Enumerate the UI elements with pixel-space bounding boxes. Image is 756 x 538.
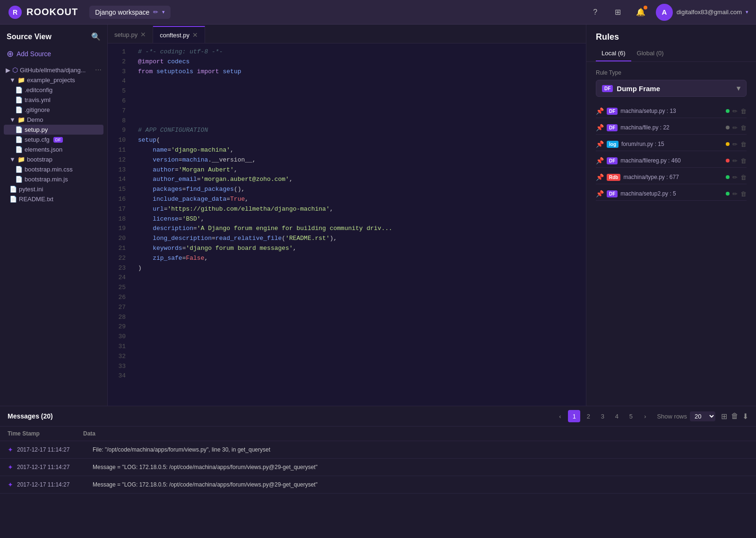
workspace-selector[interactable]: Django workspace ✏ ▾	[89, 6, 171, 19]
chevron-down-icon: ▾	[737, 84, 740, 93]
table-row[interactable]: ✦ 2017-12-17 11:14:27 File: "/opt/code/m…	[0, 441, 756, 459]
delete-icon[interactable]: 🗑	[740, 124, 747, 131]
pin-icon[interactable]: 📌	[596, 124, 604, 131]
page-1-button[interactable]: 1	[568, 410, 580, 422]
close-icon[interactable]: ✕	[192, 31, 198, 39]
rule-row: 📌 Rdb machina/type.py : 677 ✏ 🗑	[596, 171, 747, 184]
file-tree: ▶ ⬡ GitHub/ellmetha/djang... ⋯ ▼ 📁 examp…	[0, 65, 107, 406]
rule-type-name: Dump Frame	[617, 85, 660, 93]
tab-setup-py[interactable]: setup.py ✕	[108, 26, 153, 43]
delete-icon[interactable]: 🗑	[740, 108, 747, 115]
add-source-button[interactable]: ⊕ Add Source	[0, 45, 107, 65]
expand-icon: ▶	[6, 67, 10, 74]
tree-item-example-projects[interactable]: ▼ 📁 example_projects	[4, 75, 103, 85]
columns-icon[interactable]: ⊞	[721, 412, 727, 421]
logo[interactable]: R ROOKOUT	[8, 5, 78, 20]
search-button[interactable]: 🔍	[91, 32, 101, 41]
row-indicator-icon: ✦	[8, 463, 13, 471]
tree-item-github[interactable]: ▶ ⬡ GitHub/ellmetha/djang... ⋯	[4, 65, 103, 75]
tree-item-demo[interactable]: ▼ 📁 Demo	[4, 115, 103, 125]
download-icon[interactable]: ⬇	[742, 412, 748, 421]
user-area[interactable]: A digitalfox83@gmail.com ▾	[656, 4, 748, 21]
edit-icon: ✏	[153, 9, 158, 16]
row-indicator-icon: ✦	[8, 446, 13, 453]
tree-item-readme[interactable]: 📄 README.txt	[4, 194, 103, 204]
tree-item-elements-json[interactable]: 📄 elements.json	[4, 145, 103, 154]
edit-icon[interactable]: ✏	[732, 190, 738, 197]
tab-global[interactable]: Global (0)	[631, 46, 670, 61]
tree-item-pytest[interactable]: 📄 pytest.ini	[4, 184, 103, 194]
rule-path: machina/setup2.py : 5	[620, 190, 723, 197]
help-button[interactable]: ?	[588, 5, 603, 20]
notifications-button[interactable]: 🔔	[633, 5, 648, 20]
sidebar: Source View 🔍 ⊕ Add Source ▶ ⬡ GitHub/el…	[0, 25, 108, 406]
logo-icon: R	[8, 5, 23, 20]
tree-item-bootstrap-css[interactable]: 📄 bootstrap.min.css	[4, 164, 103, 174]
next-page-button[interactable]: ›	[639, 410, 651, 422]
close-icon[interactable]: ✕	[140, 31, 146, 38]
tree-item-gitignore[interactable]: 📄 .gitignore	[4, 105, 103, 115]
edit-icon[interactable]: ✏	[732, 141, 738, 148]
tree-label: Demo	[27, 116, 43, 123]
edit-icon[interactable]: ✏	[732, 108, 738, 115]
tree-item-bootstrap-js[interactable]: 📄 bootstrap.min.js	[4, 174, 103, 184]
page-2-button[interactable]: 2	[582, 410, 594, 422]
page-5-button[interactable]: 5	[625, 410, 637, 422]
workspace-name: Django workspace	[95, 9, 149, 16]
pin-icon[interactable]: 📌	[596, 190, 604, 197]
prev-page-button[interactable]: ‹	[554, 410, 566, 422]
status-indicator	[726, 142, 730, 146]
file-icon: 📄	[15, 86, 23, 94]
tab-conftest-py[interactable]: conftest.py ✕	[153, 26, 205, 43]
show-rows-select[interactable]: 20 50 100	[690, 411, 715, 421]
table-row[interactable]: ✦ 2017-12-17 11:14:27 Message = "LOG: 17…	[0, 459, 756, 476]
page-4-button[interactable]: 4	[610, 410, 623, 422]
col-header-ts: Time Stamp	[8, 430, 83, 437]
tree-label: pytest.ini	[19, 186, 43, 193]
delete-icon[interactable]: 🗑	[740, 141, 747, 148]
delete-icon[interactable]: 🗑	[740, 157, 747, 164]
pin-icon[interactable]: 📌	[596, 173, 604, 181]
delete-icon[interactable]: 🗑	[740, 190, 747, 197]
message-data: Message = "LOG: 172.18.0.5: /opt/code/ma…	[93, 464, 748, 470]
pagination: ‹ 1 2 3 4 5 ›	[554, 410, 651, 422]
rule-row: 📌 DF machina/file.py : 22 ✏ 🗑	[596, 121, 747, 135]
svg-text:R: R	[13, 9, 17, 16]
grid-button[interactable]: ⊞	[610, 5, 626, 20]
rule-path: machina/filereg.py : 460	[620, 157, 723, 164]
edit-icon[interactable]: ✏	[732, 124, 738, 131]
tree-item-editconfig[interactable]: 📄 .editconfig	[4, 85, 103, 95]
edit-icon[interactable]: ✏	[732, 157, 738, 164]
tree-item-setup-cfg[interactable]: 📄 setup.cfg DF	[4, 135, 103, 145]
more-icon[interactable]: ⋯	[95, 66, 102, 74]
rule-type-select[interactable]: DF Dump Frame ▾	[596, 80, 747, 97]
tree-label: GitHub/ellmetha/djang...	[20, 67, 86, 74]
expand-icon: ▼	[9, 156, 16, 163]
status-indicator	[726, 192, 730, 196]
tab-local[interactable]: Local (6)	[596, 46, 631, 61]
folder-icon: 📁	[17, 116, 25, 123]
file-icon: 📄	[15, 176, 23, 183]
file-icon: 📄	[9, 186, 17, 193]
tree-label: elements.json	[25, 146, 62, 153]
pin-icon[interactable]: 📌	[596, 140, 604, 148]
file-icon: 📄	[15, 126, 23, 133]
table-header: Time Stamp Data	[0, 427, 756, 441]
user-email: digitalfox83@gmail.com	[677, 9, 742, 16]
bottom-header: Messages (20) ‹ 1 2 3 4 5 › Show rows 20…	[0, 406, 756, 427]
edit-icon[interactable]: ✏	[732, 174, 738, 181]
pin-icon[interactable]: 📌	[596, 107, 604, 115]
tree-item-travis[interactable]: 📄 travis.yml	[4, 95, 103, 105]
table-row[interactable]: ✦ 2017-12-17 11:14:27 Message = "LOG: 17…	[0, 476, 756, 494]
tree-label: bootstrap.min.js	[25, 176, 68, 183]
expand-icon: ▼	[9, 77, 16, 84]
delete-icon[interactable]: 🗑	[740, 174, 747, 181]
bottom-panel: Messages (20) ‹ 1 2 3 4 5 › Show rows 20…	[0, 406, 756, 538]
page-3-button[interactable]: 3	[596, 410, 609, 422]
tree-item-setup-py[interactable]: 📄 setup.py	[4, 125, 103, 135]
rule-type-label: Rule Type	[596, 69, 747, 76]
pin-icon[interactable]: 📌	[596, 157, 604, 164]
file-icon: 📄	[15, 96, 23, 103]
tree-item-bootstrap[interactable]: ▼ 📁 bootstrap	[4, 154, 103, 164]
delete-icon[interactable]: 🗑	[731, 412, 739, 420]
